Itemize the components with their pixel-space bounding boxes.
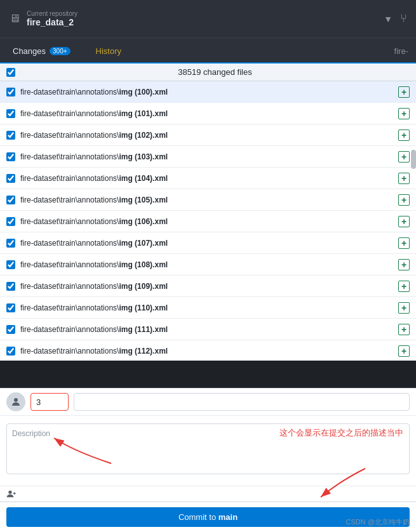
file-name: fire-dataset\train\annotations\img (108)… xyxy=(20,260,393,269)
file-status-icon: + xyxy=(398,259,410,270)
file-status-icon: + xyxy=(398,86,410,98)
app-header: 🖥 Current repository fire_data_2 ▼ ⑂ xyxy=(0,0,416,38)
file-name: fire-dataset\train\annotations\img (109)… xyxy=(20,282,393,291)
file-status-icon: + xyxy=(398,108,410,119)
changed-files-count: 38519 changed files xyxy=(20,67,410,77)
file-row: fire-dataset\train\annotations\img (106)… xyxy=(0,211,416,232)
file-name: fire-dataset\train\annotations\img (107)… xyxy=(20,239,393,248)
monitor-icon: 🖥 xyxy=(9,12,20,25)
file-row: fire-dataset\train\annotations\img (107)… xyxy=(0,232,416,254)
file-status-icon: + xyxy=(398,281,410,292)
scrollbar-thumb[interactable] xyxy=(411,150,416,169)
file-row: fire-dataset\train\annotations\img (112)… xyxy=(0,340,416,361)
file-row: fire-dataset\train\annotations\img (100)… xyxy=(0,81,416,103)
add-coauthor-row[interactable] xyxy=(0,486,416,502)
file-name: fire-dataset\train\annotations\img (100)… xyxy=(20,88,393,96)
file-checkbox[interactable] xyxy=(6,131,15,140)
file-name: fire-dataset\train\annotations\img (106)… xyxy=(20,217,393,226)
file-checkbox[interactable] xyxy=(6,325,15,334)
svg-point-0 xyxy=(14,398,18,402)
commit-title-input[interactable] xyxy=(30,393,69,411)
avatar xyxy=(6,392,25,411)
header-actions: ▼ ⑂ xyxy=(384,12,407,25)
file-name: fire-dataset\train\annotations\img (112)… xyxy=(20,347,393,356)
file-name: fire-dataset\train\annotations\img (111)… xyxy=(20,325,393,334)
file-name: fire-dataset\train\annotations\img (103)… xyxy=(20,152,393,161)
file-checkbox[interactable] xyxy=(6,196,15,204)
add-coauthor-icon xyxy=(6,489,17,499)
file-list: fire-dataset\train\annotations\img (100)… xyxy=(0,81,416,361)
commit-button-row: Commit to main CSDN @北京纯牛奶 xyxy=(0,502,416,532)
file-name: fire-dataset\train\annotations\img (110)… xyxy=(20,303,393,312)
file-status-icon: + xyxy=(398,237,410,249)
file-checkbox[interactable] xyxy=(6,347,15,356)
fire-tab-label: fire- xyxy=(394,46,408,56)
file-status-icon: + xyxy=(398,216,410,227)
file-status-icon: + xyxy=(398,151,410,163)
file-checkbox[interactable] xyxy=(6,239,15,248)
select-all-checkbox[interactable] xyxy=(6,68,15,77)
file-row: fire-dataset\train\annotations\img (102)… xyxy=(0,124,416,146)
tab-changes[interactable]: Changes 300+ xyxy=(0,39,83,63)
file-status-icon: + xyxy=(398,173,410,184)
repo-details: Current repository fire_data_2 xyxy=(27,10,77,27)
file-row: fire-dataset\train\annotations\img (111)… xyxy=(0,319,416,340)
file-status-icon: + xyxy=(398,302,410,314)
file-row: fire-dataset\train\annotations\img (108)… xyxy=(0,254,416,276)
file-checkbox[interactable] xyxy=(6,217,15,226)
file-checkbox[interactable] xyxy=(6,282,15,291)
file-status-icon: + xyxy=(398,194,410,206)
commit-area: Description 这个会显示在提交之后的描述当中 Commit to ma… xyxy=(0,388,416,532)
description-label: Description xyxy=(12,429,50,438)
chevron-down-icon[interactable]: ▼ xyxy=(384,14,393,24)
file-name: fire-dataset\train\annotations\img (104)… xyxy=(20,174,393,183)
file-row: fire-dataset\train\annotations\img (101)… xyxy=(0,103,416,124)
history-tab-label: History xyxy=(96,46,121,56)
file-name: fire-dataset\train\annotations\img (102)… xyxy=(20,131,393,140)
file-row: fire-dataset\train\annotations\img (109)… xyxy=(0,276,416,297)
changes-badge: 300+ xyxy=(50,47,70,55)
file-row: fire-dataset\train\annotations\img (110)… xyxy=(0,297,416,319)
file-status-icon: + xyxy=(398,345,410,357)
commit-btn-branch: main xyxy=(218,512,238,522)
tab-history[interactable]: History xyxy=(83,39,134,63)
description-section: Description 这个会显示在提交之后的描述当中 xyxy=(0,416,416,486)
file-checkbox[interactable] xyxy=(6,88,15,96)
tab-bar: Changes 300+ History fire- xyxy=(0,38,416,63)
changes-tab-label: Changes xyxy=(13,46,46,56)
commit-btn-label: Commit to xyxy=(178,512,218,522)
repo-label: Current repository xyxy=(27,10,77,17)
file-row: fire-dataset\train\annotations\img (104)… xyxy=(0,168,416,189)
repo-name: fire_data_2 xyxy=(27,17,77,27)
tab-fire[interactable]: fire- xyxy=(382,39,416,63)
commit-summary-input[interactable] xyxy=(74,393,410,411)
branch-icon[interactable]: ⑂ xyxy=(400,12,407,25)
file-row: fire-dataset\train\annotations\img (103)… xyxy=(0,146,416,168)
annotation-text: 这个会显示在提交之后的描述当中 xyxy=(279,427,403,439)
file-checkbox[interactable] xyxy=(6,152,15,161)
repo-info-section: 🖥 Current repository fire_data_2 xyxy=(9,10,77,27)
file-checkbox[interactable] xyxy=(6,109,15,118)
file-row: fire-dataset\train\annotations\img (105)… xyxy=(0,189,416,211)
file-status-icon: + xyxy=(398,324,410,335)
svg-point-2 xyxy=(8,491,11,494)
csdn-watermark: CSDN @北京纯牛奶 xyxy=(346,517,410,527)
changed-files-header: 38519 changed files xyxy=(0,63,416,81)
file-name: fire-dataset\train\annotations\img (105)… xyxy=(20,196,393,204)
file-status-icon: + xyxy=(398,130,410,141)
file-checkbox[interactable] xyxy=(6,303,15,312)
file-name: fire-dataset\train\annotations\img (101)… xyxy=(20,109,393,118)
file-checkbox[interactable] xyxy=(6,174,15,183)
file-checkbox[interactable] xyxy=(6,260,15,269)
